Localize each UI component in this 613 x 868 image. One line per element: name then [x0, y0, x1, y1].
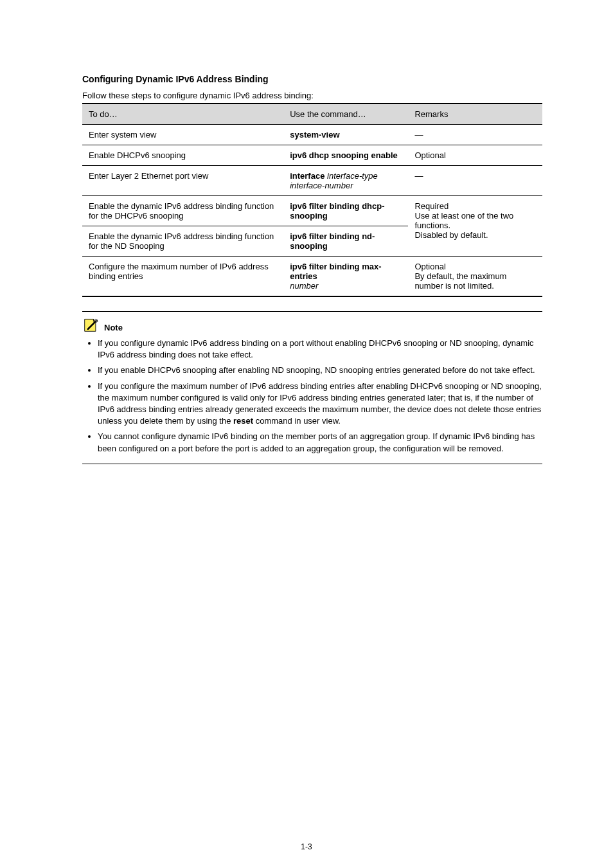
note-block: Note If you configure dynamic IPv6 addre…: [82, 311, 542, 464]
list-item: If you enable DHCPv6 snooping after enab…: [98, 365, 542, 376]
config-table: To do… Use the command… Remarks Enter sy…: [82, 103, 542, 297]
table-row: Configure the maximum number of IPv6 add…: [82, 257, 542, 297]
col-header-remarks: Remarks: [408, 104, 542, 125]
note-label: Note: [104, 323, 123, 332]
cell-remarks: Optional: [408, 145, 542, 166]
table-row: Enter Layer 2 Ethernet port view interfa…: [82, 166, 542, 196]
cell-action: Configure the maximum number of IPv6 add…: [82, 257, 283, 297]
note-icon: [82, 317, 100, 332]
cell-action: Enable the dynamic IPv6 address binding …: [82, 196, 283, 226]
cell-command: ipv6 filter binding dhcp-snooping: [283, 196, 408, 226]
col-header-action: To do…: [82, 104, 283, 125]
divider: [82, 311, 542, 312]
notes-list: If you configure dynamic IPv6 address bi…: [82, 338, 542, 455]
divider: [82, 464, 542, 464]
cell-command: ipv6 dhcp snooping enable: [283, 145, 408, 166]
cell-command: ipv6 filter binding nd-snooping: [283, 226, 408, 257]
cell-remarks: —: [408, 166, 542, 196]
table-row: Enable DHCPv6 snooping ipv6 dhcp snoopin…: [82, 145, 542, 166]
cell-action: Enable the dynamic IPv6 address binding …: [82, 226, 283, 257]
cell-action: Enter system view: [82, 125, 283, 145]
list-item: You cannot configure dynamic IPv6 bindin…: [98, 431, 542, 454]
cell-command: system-view: [283, 125, 408, 145]
cell-command: interface interface-type interface-numbe…: [283, 166, 408, 196]
cell-remarks: Required Use at least one of the two fun…: [408, 196, 542, 257]
cell-action: Enable DHCPv6 snooping: [82, 145, 283, 166]
table-row: Enter system view system-view —: [82, 125, 542, 145]
list-item: If you configure the maximum number of I…: [98, 381, 542, 428]
list-item: If you configure dynamic IPv6 address bi…: [98, 338, 542, 361]
page-number: 1-3: [0, 842, 613, 851]
cell-command: ipv6 filter binding max-entries number: [283, 257, 408, 297]
cell-action: Enter Layer 2 Ethernet port view: [82, 166, 283, 196]
document-page: Configuring Dynamic IPv6 Address Binding…: [0, 0, 613, 868]
table-header-row: To do… Use the command… Remarks: [82, 104, 542, 125]
table-row: Enable the dynamic IPv6 address binding …: [82, 196, 542, 226]
table-caption: Follow these steps to configure dynamic …: [82, 91, 542, 100]
note-header: Note: [82, 317, 542, 332]
col-header-command: Use the command…: [283, 104, 408, 125]
section-title: Configuring Dynamic IPv6 Address Binding: [82, 74, 542, 84]
cell-remarks: —: [408, 125, 542, 145]
cell-remarks: Optional By default, the maximum number …: [408, 257, 542, 297]
